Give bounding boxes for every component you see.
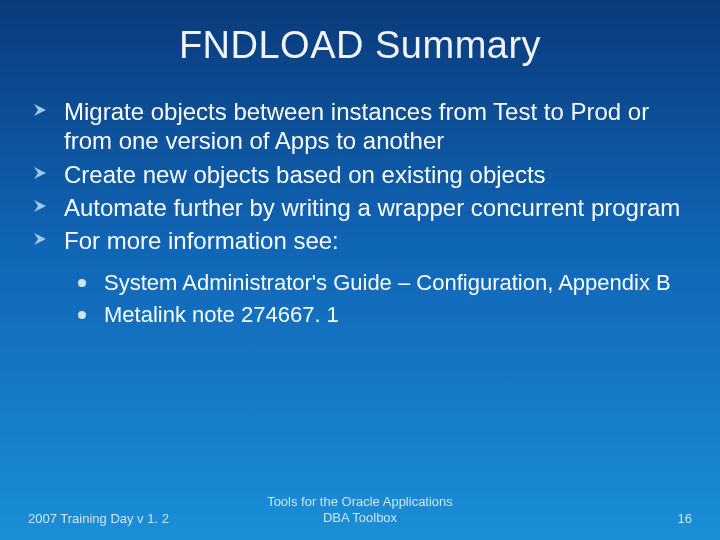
slide-title: FNDLOAD Summary bbox=[0, 0, 720, 67]
arrow-icon bbox=[32, 231, 48, 247]
bullet-item: For more information see: bbox=[30, 226, 690, 255]
sub-bullet-item: Metalink note 274667. 1 bbox=[78, 301, 690, 329]
sub-bullet-text: System Administrator's Guide – Configura… bbox=[104, 270, 671, 295]
bullet-item: Create new objects based on existing obj… bbox=[30, 160, 690, 189]
footer-center: Tools for the Oracle Applications DBA To… bbox=[249, 494, 470, 527]
slide-footer: 2007 Training Day v 1. 2 Tools for the O… bbox=[0, 494, 720, 527]
bullet-text: Automate further by writing a wrapper co… bbox=[64, 194, 680, 221]
footer-center-line2: DBA Toolbox bbox=[323, 510, 397, 525]
bullet-text: For more information see: bbox=[64, 227, 339, 254]
dot-icon bbox=[78, 279, 86, 287]
slide: FNDLOAD Summary Migrate objects between … bbox=[0, 0, 720, 540]
bullet-item: Automate further by writing a wrapper co… bbox=[30, 193, 690, 222]
sub-bullet-list: System Administrator's Guide – Configura… bbox=[30, 269, 690, 328]
bullet-text: Create new objects based on existing obj… bbox=[64, 161, 546, 188]
footer-center-line1: Tools for the Oracle Applications bbox=[267, 494, 453, 509]
slide-number: 16 bbox=[471, 511, 692, 526]
arrow-icon bbox=[32, 198, 48, 214]
sub-bullet-item: System Administrator's Guide – Configura… bbox=[78, 269, 690, 297]
dot-icon bbox=[78, 311, 86, 319]
slide-body: Migrate objects between instances from T… bbox=[0, 67, 720, 328]
arrow-icon bbox=[32, 102, 48, 118]
bullet-text: Migrate objects between instances from T… bbox=[64, 98, 649, 154]
bullet-item: Migrate objects between instances from T… bbox=[30, 97, 690, 156]
footer-left: 2007 Training Day v 1. 2 bbox=[28, 511, 249, 526]
arrow-icon bbox=[32, 165, 48, 181]
sub-bullet-text: Metalink note 274667. 1 bbox=[104, 302, 339, 327]
bullet-list: Migrate objects between instances from T… bbox=[30, 97, 690, 255]
